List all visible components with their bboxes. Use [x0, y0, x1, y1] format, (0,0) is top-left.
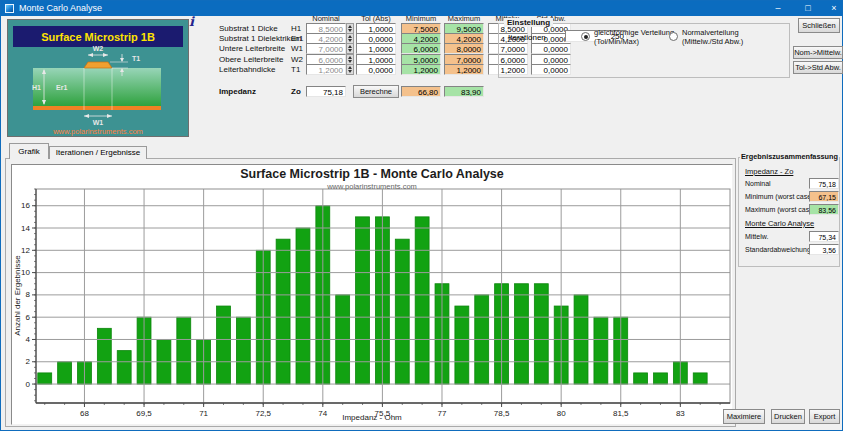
param-symbol: W1 [291, 43, 303, 54]
histogram-bar [117, 351, 131, 384]
histogram-bar [514, 284, 528, 384]
dim-label-er1: Er1 [56, 84, 67, 91]
histogram-bar [356, 217, 370, 384]
summary-groupbox: Ergebniszusammenfassung Impedanz - Zo No… [738, 157, 840, 267]
histogram-bar [276, 239, 290, 384]
min-field: 6,0000 [401, 43, 441, 54]
tab-grafik[interactable]: Grafik [9, 143, 49, 159]
histogram-bar [594, 317, 608, 384]
app-icon [5, 4, 14, 13]
dim-label-t1: T1 [132, 55, 140, 62]
histogram-bar [654, 373, 668, 384]
summary-mittelw-label: Mittelw. [745, 231, 768, 242]
radio-uniform-distribution[interactable] [581, 32, 590, 41]
histogram-bar [534, 284, 548, 384]
impedance-label: Impedanz [219, 86, 256, 97]
summary-min-value: 67,15 [809, 191, 839, 202]
minimize-button[interactable]: – [765, 1, 791, 16]
ground-plane-shape [33, 106, 161, 110]
min-field: 1,2000 [401, 64, 441, 75]
svg-text:6: 6 [26, 313, 31, 322]
app-window: Monte Carlo Analyse – □ × Surface Micros… [0, 0, 843, 431]
histogram-bar [455, 306, 469, 384]
tol-field[interactable]: 0,0000 [356, 64, 396, 75]
impedance-nominal-field: 75,18 [306, 86, 346, 97]
param-symbol: T1 [291, 64, 300, 75]
summary-title: Ergebniszusammenfassung [740, 152, 839, 161]
param-label: Leiterbahndicke [219, 64, 275, 75]
summary-nominal-value: 75,18 [809, 178, 839, 189]
radio-normal-distribution[interactable] [669, 32, 678, 41]
calculate-button[interactable]: Berechne [353, 85, 399, 98]
radio-uniform-label-line1: gleichförmige Verteilung [594, 28, 674, 37]
chart-subtitle: www.polarinstruments.com [12, 182, 732, 191]
svg-text:16: 16 [21, 201, 30, 210]
max-field: 1,2000 [444, 64, 484, 75]
close-icon[interactable]: × [825, 1, 843, 16]
close-button[interactable]: Schließen [798, 18, 840, 33]
summary-min-label: Minimum (worst case) [745, 191, 813, 202]
histogram-bar [634, 373, 648, 384]
histogram-bar [296, 228, 310, 384]
tab-iterationen-ergebnisse[interactable]: Iterationen / Ergebnisse [49, 146, 147, 159]
svg-text:0: 0 [26, 380, 31, 389]
summary-mittelw-value: 75,34 [809, 231, 839, 242]
y-axis-label: Anzahl der Ergebnisse [13, 196, 22, 396]
nominal-spinner[interactable] [346, 43, 354, 54]
trace-shape [84, 62, 112, 68]
histogram-bar [693, 373, 707, 384]
max-field: 8,0000 [444, 43, 484, 54]
histogram-bar [395, 239, 409, 384]
chart-title: Surface Microstrip 1B - Monte Carlo Anal… [12, 167, 732, 181]
summary-section-impedanz: Impedanz - Zo [745, 167, 793, 176]
radio-uniform-label-line2: (Tol/Min/Max) [594, 37, 639, 46]
summary-std-label: Standardabweichung [745, 244, 811, 255]
svg-text:2: 2 [26, 357, 31, 366]
nominal-field[interactable]: 1,2000 [306, 64, 346, 75]
window-title: Monte Carlo Analyse [19, 3, 102, 13]
dim-label-w2: W2 [93, 45, 104, 52]
svg-text:8: 8 [26, 290, 31, 299]
impedance-min-field: 66,80 [401, 86, 441, 97]
substrate-shape [33, 68, 161, 106]
diagram-title: Surface Microstrip 1B [41, 31, 155, 43]
summary-nominal-label: Nominal [745, 178, 771, 189]
summary-max-label: Maximum (worst case) [745, 204, 815, 215]
param-label: Untere Leiterbreite [219, 43, 285, 54]
dim-label-h1: H1 [32, 84, 41, 91]
histogram-bar [217, 306, 231, 384]
histogram-bar [58, 362, 72, 384]
nominal-spinner[interactable] [346, 64, 354, 75]
histogram-bar [177, 317, 191, 384]
summary-section-montecarlo: Monte Carlo Analyse [745, 219, 814, 228]
maximize-chart-button[interactable]: Maximiere [723, 409, 765, 424]
summary-max-value: 83,56 [809, 204, 839, 215]
svg-text:12: 12 [21, 246, 30, 255]
dim-label-w1: W1 [93, 119, 104, 126]
microstrip-diagram: Surface Microstrip 1B W2 T1 H1 [8, 20, 188, 136]
svg-text:10: 10 [21, 268, 30, 277]
settings-title: Einstellung [504, 18, 553, 27]
x-axis-label: Impedanz - Ohm [12, 413, 732, 422]
col-header-nominal: Nominal [306, 14, 346, 23]
nom-to-mittelw-button[interactable]: Nom->Mittelw. [793, 46, 843, 59]
nominal-field[interactable]: 7,0000 [306, 43, 346, 54]
info-icon[interactable]: i [189, 14, 194, 29]
col-header-minimum: Minimum [401, 14, 441, 23]
impedance-max-field: 83,90 [444, 86, 484, 97]
maximize-button[interactable]: □ [795, 1, 821, 16]
iterations-label: Iterationen [508, 33, 546, 42]
tol-field[interactable]: 1,0000 [356, 43, 396, 54]
col-header-maximum: Maximum [444, 14, 484, 23]
impedance-symbol: Zo [291, 86, 301, 97]
print-button[interactable]: Drucken [771, 409, 805, 424]
histogram-bar [38, 373, 52, 384]
histogram-bar [415, 217, 429, 384]
export-button[interactable]: Export [809, 409, 840, 424]
tol-to-stdabw-button[interactable]: Tol->Std Abw. [793, 61, 843, 74]
radio-normal-label-line2: (Mittelw./Std Abw.) [682, 37, 743, 46]
summary-std-value: 3,56 [809, 244, 839, 255]
col-header-tol: Tol (Abs) [356, 14, 396, 23]
svg-text:4: 4 [26, 335, 31, 344]
chart-panel: 6869,57172,57475,57778,58081,58302468101… [11, 164, 733, 425]
